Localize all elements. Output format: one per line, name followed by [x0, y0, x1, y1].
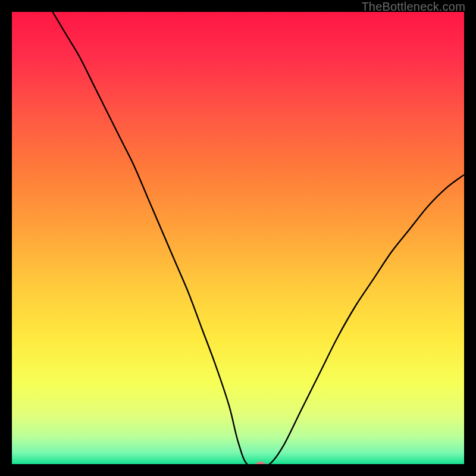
chart-stage: TheBottleneck.com: [0, 0, 476, 476]
curve-layer: [12, 12, 464, 464]
bottleneck-curve: [52, 12, 464, 464]
optimal-marker: [256, 462, 265, 464]
plot-area: [12, 12, 464, 464]
